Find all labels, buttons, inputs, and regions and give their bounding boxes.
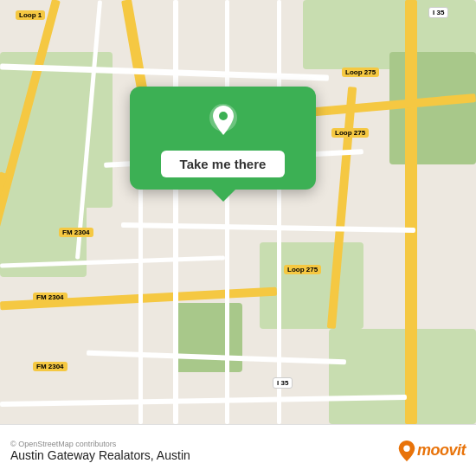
road-label-loop275a: Loop 275 [342, 68, 379, 77]
road-label-fm2304a: FM 2304 [59, 228, 93, 237]
svg-point-2 [403, 445, 409, 451]
attribution-text: © OpenStreetMap contributors [10, 440, 190, 448]
take-me-there-button[interactable]: Take me there [161, 151, 286, 177]
popup-card: Take me there [130, 87, 316, 190]
green-area [329, 329, 476, 424]
road-label-fm2304b: FM 2304 [33, 293, 68, 302]
bottom-left-info: © OpenStreetMap contributors Austin Gate… [10, 440, 190, 462]
moovit-pin-icon [398, 441, 415, 461]
road-label-i35: I 35 [428, 7, 448, 18]
green-area [173, 303, 242, 372]
road-i35 [405, 0, 417, 424]
map-view: Loop 1 I 35 Loop 275 Loop 275 Loop 275 F… [0, 0, 476, 424]
road-white [277, 0, 281, 424]
road-label-loop275b: Loop 275 [331, 128, 369, 138]
moovit-brand-name: moovit [417, 441, 466, 460]
road-white [225, 0, 229, 424]
location-name: Austin Gateway Realators, Austin [10, 448, 190, 462]
location-pin-icon [204, 102, 242, 140]
road-label-loop275c: Loop 275 [284, 265, 321, 274]
bottom-bar: © OpenStreetMap contributors Austin Gate… [0, 424, 476, 476]
green-area [260, 242, 363, 329]
moovit-logo: moovit [398, 441, 466, 461]
svg-point-1 [219, 112, 228, 120]
road-white [173, 0, 178, 424]
road-label-loop1: Loop 1 [16, 10, 45, 20]
road-label-i35b: I 35 [273, 377, 293, 389]
road-label-fm2304c: FM 2304 [33, 362, 68, 371]
